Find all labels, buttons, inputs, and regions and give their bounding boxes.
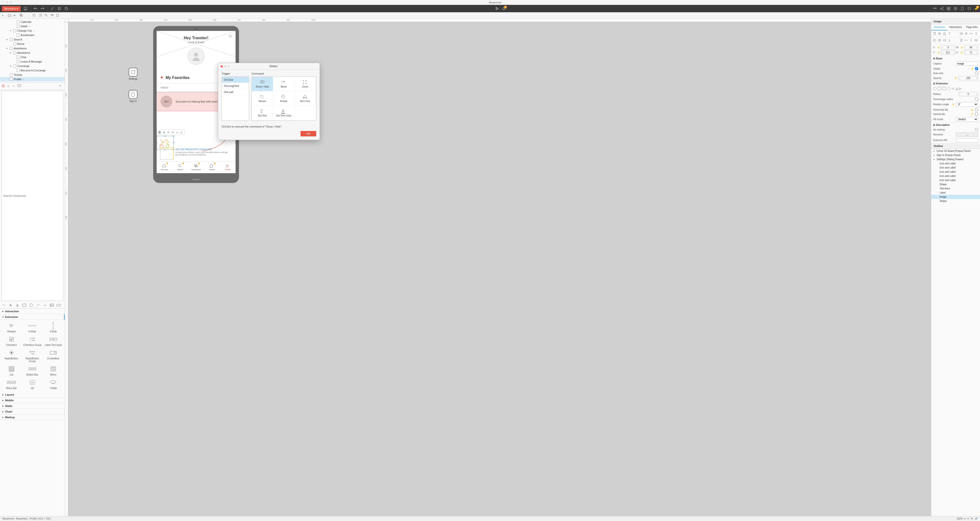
center-h-icon[interactable] [965,32,968,35]
link-tool-icon[interactable]: ⟳ [170,130,175,134]
play-icon[interactable] [495,6,499,11]
page-tree-item[interactable]: ▾Assistance [0,46,65,51]
floating-button[interactable]: Sign In [129,90,137,102]
tab-discover[interactable]: Discover [157,162,172,173]
edit-tool-icon[interactable]: ✎ [166,130,170,134]
section-markup[interactable]: ▸Markup [0,414,65,420]
section-mobile[interactable]: ▸Mobile [0,398,65,403]
floating-button[interactable]: Settings [129,68,137,80]
component-item[interactable]: RadioButton [2,349,21,363]
outline-item[interactable]: Icon and Label [931,161,980,166]
component-item[interactable]: GIFGif [22,379,42,390]
outline-item[interactable]: Icon and Label [931,178,980,182]
basic-section-header[interactable]: ⊟Basic [931,56,980,61]
doc-icon[interactable] [56,14,60,17]
rotation-select[interactable]: 0° [956,102,978,107]
align-left-icon[interactable] [933,39,937,42]
tab-interactions[interactable]: Interactions [947,24,964,30]
section-extension[interactable]: ▾Extension [0,314,65,320]
page-tree-item[interactable]: Become A Concierge [0,68,65,73]
link-status-icon[interactable]: 🔗 [975,517,978,520]
vflip-bolt-icon[interactable]: ⚡ [971,113,974,116]
outline-item[interactable]: Icon and Label [931,166,980,170]
no-image-icon[interactable]: ⊘ [162,130,166,134]
zoom-control[interactable]: 100% ▾ ☀ 👁 🔗 [956,517,978,520]
outline-item[interactable]: ▸Sign In (Popup Panel) [931,153,980,157]
h-input[interactable]: 71 [964,51,978,55]
bring-front-icon[interactable] [948,32,951,35]
page-tree-item[interactable]: Chat [0,55,65,59]
hflip-checkbox[interactable] [975,108,978,111]
rotate-icon[interactable] [64,6,68,11]
link-x-icon[interactable]: ⚡ [937,46,940,49]
shape-rect-icon[interactable] [938,87,941,90]
outline-item[interactable]: Image [931,195,980,199]
component-item[interactable]: ComboBox [43,349,63,363]
page-tree-item[interactable]: ▾Change City• [0,29,65,33]
outline-item[interactable]: Icon and Label [931,170,980,174]
trigger-item[interactable]: OnLongClick [222,83,249,89]
element-toolbar[interactable]: 🖼 ⊘ ✎ ⟳ ▭ ▯ [157,129,185,135]
align-left-icon[interactable] [33,14,36,17]
command-item[interactable]: Show / Hide [252,77,273,91]
stretch-h-icon[interactable] [970,32,973,35]
ok-button[interactable]: OK [301,131,316,136]
upload-icon[interactable] [953,6,958,11]
shape-rounded-icon[interactable] [942,87,946,90]
brand-menu[interactable]: Mockplus ▾ [2,6,21,11]
hflip-bolt-icon[interactable]: ⚡ [971,108,974,111]
premium-icon[interactable]: 1 [974,6,978,11]
same-size-icon[interactable] [975,39,978,42]
page-tree-item[interactable]: Profile• [0,77,65,81]
line-shape-icon[interactable] [36,303,40,307]
w-input[interactable]: 86 [964,45,978,49]
section-static[interactable]: ▸Static [0,403,65,409]
export-icon[interactable]: 7 [502,6,506,11]
rotation-bolt-icon[interactable]: ⚡ [951,103,955,106]
space-h-icon[interactable] [965,39,968,42]
page-tree-item[interactable]: Leave A Message [0,59,65,64]
command-item[interactable]: Set Color [294,91,316,106]
visible-bolt-icon[interactable]: ⚡ [971,67,974,70]
copy-icon[interactable] [20,14,23,17]
extension-section-header[interactable]: ⊟Extension [931,81,980,86]
shape-chevron-icon[interactable]: ▷ [959,87,961,90]
layout-tab-icon[interactable] [18,84,22,88]
link-h-icon[interactable]: ⚡ [960,51,963,54]
command-item[interactable]: Resize [252,91,273,106]
circle-shape-icon[interactable] [29,303,33,307]
component-item[interactable]: Checkbox [2,336,21,346]
star-tab-icon[interactable]: ☆ [12,84,16,88]
component-item[interactable]: Label ▯Label Text Input [43,336,63,346]
send-back-icon[interactable] [948,39,951,42]
link-shape-icon[interactable]: ⬭ [2,303,6,307]
command-item[interactable]: Set Text Color [273,106,294,120]
flow-icon[interactable] [933,6,937,11]
visible-checkbox[interactable] [975,67,978,70]
component-item[interactable]: File | EditMenu Bar [2,379,21,390]
device-tool-icon[interactable]: ▭ [175,130,180,134]
outline-item[interactable]: Text Area [931,186,980,191]
shape-star-icon[interactable]: ☆ [952,87,955,90]
image-tool-icon[interactable]: 🖼 [158,130,162,134]
eyedropper-icon[interactable] [51,6,54,11]
zoom-dropdown-icon[interactable]: ▾ [964,517,966,520]
outline-item[interactable]: ▸Settings (Sliding Drawer) [931,157,980,161]
remarks-button[interactable]: ... [956,132,978,137]
canvas[interactable]: 1002003004005006007008009001000 10020030… [65,19,931,516]
outline-item[interactable]: Icon and Label [931,174,980,178]
page-tree-item[interactable]: ▾Concierge [0,64,65,68]
tab-assistance[interactable]: Assistance [188,162,204,173]
outline-item[interactable]: Shape [931,199,980,203]
caption-input[interactable] [956,62,978,66]
device-icon[interactable] [960,6,964,11]
x-input[interactable]: 0 [941,45,955,49]
component-search-input[interactable] [2,91,63,301]
page-tree-item[interactable]: ▾Assistance [0,51,65,55]
component-item[interactable]: ▸Item▸ItemMenu [43,365,63,376]
stretch-v-icon[interactable] [975,32,978,35]
page-tree-item[interactable]: Tickets [0,73,65,77]
align-right-icon[interactable] [943,39,947,42]
undo-icon[interactable] [33,6,38,11]
trigger-item[interactable]: OnLoad [222,89,249,95]
